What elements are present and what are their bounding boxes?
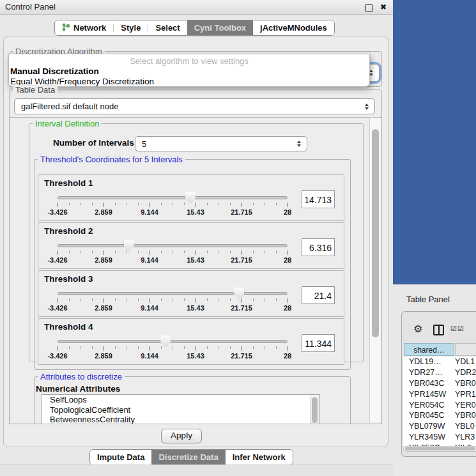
bottom-strip xyxy=(0,464,393,476)
slider-tick-label: 28 xyxy=(284,208,291,216)
cell-name: YER0 xyxy=(455,401,476,410)
close-icon[interactable]: ✖ xyxy=(380,0,387,14)
table-row[interactable]: YLR345WYLR3 xyxy=(403,432,476,443)
numerical-attributes-list[interactable]: SelfLoopsTopologicalCoefficientBetweenne… xyxy=(42,394,320,424)
tab-style[interactable]: Style xyxy=(114,20,148,35)
interval-definition-label: Interval Definition xyxy=(33,119,102,128)
number-of-intervals-combobox[interactable]: 5 xyxy=(135,136,307,151)
network-window-frame: GAL80GACGAL11GAL4HGCY1HAP2 xyxy=(393,0,476,284)
slider-tick-label: -3.426 xyxy=(47,208,67,216)
slider-tick-label: -3.426 xyxy=(47,304,67,312)
slider-tick-label: 21.715 xyxy=(231,208,252,216)
slider-track[interactable] xyxy=(58,244,288,247)
algorithm-option-equal-width-frequency-discretization[interactable]: Equal Width/Frequency Discretization xyxy=(9,77,369,87)
tab-network[interactable]: Network xyxy=(55,20,113,35)
threshold-value-field[interactable]: 6.316 xyxy=(302,238,335,256)
attributes-scrollbar[interactable] xyxy=(310,395,319,424)
numerical-attributes-label: Numerical Attributes xyxy=(36,384,120,394)
slider-tick-label: 21.715 xyxy=(231,256,252,264)
bottom-tab-bar: Impute DataDiscretize DataInfer Network xyxy=(89,449,293,465)
slider-tick-label: 15.43 xyxy=(187,256,204,264)
table-hscrollbar[interactable] xyxy=(403,446,476,452)
tab-label: Impute Data xyxy=(97,452,144,462)
table-row[interactable]: YBR043CYBR0 xyxy=(403,378,476,389)
checkbox-icon[interactable]: ☑ xyxy=(457,325,464,333)
cell-shared-name: YDL19… xyxy=(403,357,455,366)
slider-track[interactable] xyxy=(58,196,288,199)
algorithm-option-manual-discretization[interactable]: Manual Discretization xyxy=(9,66,369,77)
split-columns-icon[interactable] xyxy=(433,325,444,335)
cell-name: YDR2 xyxy=(455,368,476,377)
slider-track[interactable] xyxy=(58,340,288,343)
slider-tick-label: -3.426 xyxy=(47,352,67,360)
attributes-group-label: Attributes to discretize xyxy=(38,372,125,381)
slider-tick-label: 9.144 xyxy=(141,256,158,264)
threshold-row-3: Threshold 3-3.4262.8599.14415.4321.71528… xyxy=(38,270,344,317)
slider-tick-label: -3.426 xyxy=(47,256,67,264)
apply-button[interactable]: Apply xyxy=(161,429,202,443)
attribute-item[interactable]: SelfLoops xyxy=(42,395,319,405)
table-row[interactable]: YDL19…YDL1 xyxy=(403,357,476,367)
tab-infer-network[interactable]: Infer Network xyxy=(226,450,293,464)
control-panel: Control Panel ✖ NetworkStyleSelectCyni T… xyxy=(0,0,393,476)
tab-jactivemnodules[interactable]: jActiveMNodules xyxy=(253,20,334,35)
tab-cyni-toolbox[interactable]: Cyni Toolbox xyxy=(187,20,253,35)
slider-tick-label: 9.144 xyxy=(141,352,158,360)
cell-name: YPR1 xyxy=(455,390,476,399)
threshold-label: Threshold 2 xyxy=(44,226,93,236)
gear-icon[interactable]: ⚙ xyxy=(413,323,422,335)
cell-shared-name: YLR345W xyxy=(403,433,455,441)
control-panel-titlebar: Control Panel ✖ xyxy=(0,0,393,15)
table-row[interactable]: YDR27…YDR2 xyxy=(403,367,476,378)
checkbox-icon[interactable]: ☑ xyxy=(450,325,457,333)
float-window-icon[interactable] xyxy=(365,4,372,12)
cell-shared-name: YBR043C xyxy=(403,379,455,388)
settings-scrollpane: Interval Definition Number of Intervals … xyxy=(9,117,382,424)
table-data-value: galFiltered.sif default node xyxy=(21,99,118,114)
cell-shared-name: YER054C xyxy=(403,401,455,410)
cell-shared-name: YDR27… xyxy=(403,368,455,377)
table-row[interactable]: YBL079WYBL0 xyxy=(403,421,476,432)
table-data-combobox[interactable]: galFiltered.sif default node xyxy=(14,98,375,114)
slider-tick-label: 2.859 xyxy=(95,256,112,264)
tab-select[interactable]: Select xyxy=(148,20,187,35)
slider-track[interactable] xyxy=(58,292,288,295)
tab-discretize-data[interactable]: Discretize Data xyxy=(151,450,225,464)
tab-label: Select xyxy=(155,23,180,33)
panel-scrollbar-thumb[interactable] xyxy=(372,129,379,337)
tab-label: Network xyxy=(73,23,106,33)
tab-label: Cyni Toolbox xyxy=(194,23,246,33)
algorithm-options: Manual DiscretizationEqual Width/Frequen… xyxy=(9,66,369,87)
threshold-row-2: Threshold 2-3.4262.8599.14415.4321.71528… xyxy=(38,222,344,269)
table-column-header-shared-name[interactable]: shared… xyxy=(404,343,454,356)
tab-label: Style xyxy=(121,23,141,33)
combo-arrows-icon xyxy=(297,141,302,147)
slider-tick-label: 28 xyxy=(284,256,291,264)
tab-impute-data[interactable]: Impute Data xyxy=(90,450,151,464)
thresholds-group-label: Threshold's Coordinates for 5 Intervals xyxy=(38,155,185,164)
slider-tick-label: 2.859 xyxy=(95,304,112,312)
slider-tick-label: 21.715 xyxy=(231,352,252,360)
table-column-header-name[interactable]: na xyxy=(455,343,476,356)
slider-tick-label: 15.43 xyxy=(187,352,204,360)
cell-name: YBR0 xyxy=(455,379,476,388)
table-row[interactable]: YBR045CYBR0 xyxy=(403,410,476,421)
attribute-item[interactable]: TopologicalCoefficient xyxy=(42,405,319,415)
threshold-value-field[interactable]: 14.713 xyxy=(302,190,335,208)
slider-tick-label: 9.144 xyxy=(141,208,158,216)
threshold-label: Threshold 1 xyxy=(44,178,93,188)
attribute-item[interactable]: BetweennessCentrality xyxy=(42,415,319,424)
slider-tick-label: 2.859 xyxy=(95,208,112,216)
combo-arrows-icon xyxy=(365,104,369,110)
network-icon xyxy=(62,23,70,33)
table-row[interactable]: YER054CYER0 xyxy=(403,399,476,410)
threshold-row-1: Threshold 1-3.4262.8599.14415.4321.71528… xyxy=(38,174,344,221)
slider-tick-label: 21.715 xyxy=(231,304,252,312)
tab-label: Infer Network xyxy=(233,452,286,462)
threshold-row-4: Threshold 4-3.4262.8599.14415.4321.71528… xyxy=(38,318,344,365)
threshold-value-field[interactable]: 21.4 xyxy=(302,286,335,304)
top-tab-bar: NetworkStyleSelectCyni ToolboxjActiveMNo… xyxy=(54,20,335,36)
threshold-value-field[interactable]: 11.344 xyxy=(302,334,335,352)
table-row[interactable]: YPR145WYPR1 xyxy=(403,388,476,399)
table-body[interactable]: YDL19…YDL1YDR27…YDR2YBR043CYBR0YPR145WYP… xyxy=(403,357,476,446)
